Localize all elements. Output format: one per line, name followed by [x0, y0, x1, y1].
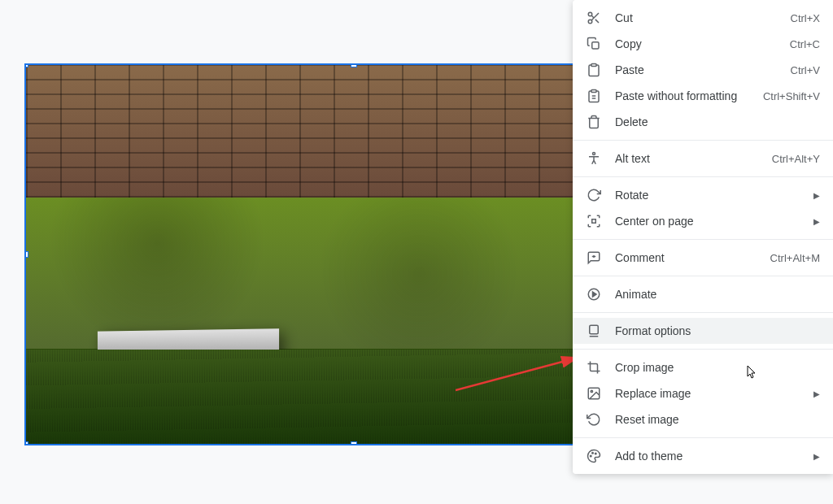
- paste-icon: [586, 62, 602, 78]
- resize-handle-top-middle[interactable]: [351, 63, 357, 67]
- menu-item-reset-image[interactable]: Reset image: [573, 406, 833, 432]
- delete-icon: [586, 114, 602, 130]
- menu-item-comment[interactable]: Comment Ctrl+Alt+M: [573, 245, 833, 271]
- svg-rect-8: [591, 90, 596, 93]
- menu-item-crop-image[interactable]: Crop image: [573, 354, 833, 380]
- menu-item-add-to-theme[interactable]: Add to theme ▶: [573, 443, 833, 469]
- menu-label: Format options: [615, 324, 820, 337]
- center-icon: [586, 213, 602, 229]
- menu-divider: [573, 312, 833, 313]
- menu-shortcut: Ctrl+Alt+Y: [772, 153, 820, 165]
- menu-label: Replace image: [615, 387, 807, 400]
- reset-icon: [586, 411, 602, 428]
- menu-label: Rotate: [615, 189, 807, 202]
- menu-item-alt-text[interactable]: Alt text Ctrl+Alt+Y: [573, 146, 833, 172]
- menu-item-paste-without-formatting[interactable]: Paste without formatting Ctrl+Shift+V: [573, 83, 833, 109]
- menu-label: Paste: [615, 63, 791, 76]
- menu-label: Crop image: [615, 361, 820, 374]
- menu-label: Animate: [615, 288, 820, 301]
- svg-point-20: [591, 390, 592, 392]
- menu-shortcut: Ctrl+Shift+V: [763, 90, 820, 102]
- svg-point-22: [592, 453, 594, 454]
- menu-item-delete[interactable]: Delete: [573, 109, 833, 135]
- menu-divider: [573, 276, 833, 276]
- svg-point-21: [591, 455, 592, 457]
- copy-icon: [586, 36, 602, 52]
- rotate-icon: [586, 187, 602, 203]
- submenu-arrow-icon: ▶: [813, 389, 820, 398]
- menu-label: Delete: [615, 115, 820, 128]
- cursor-pointer-icon: [744, 364, 758, 382]
- svg-rect-12: [592, 219, 596, 224]
- submenu-arrow-icon: ▶: [813, 191, 820, 200]
- svg-point-23: [595, 453, 597, 454]
- menu-shortcut: Ctrl+V: [791, 64, 820, 76]
- menu-label: Reset image: [615, 413, 820, 426]
- svg-point-2: [588, 20, 592, 24]
- palette-icon: [586, 448, 602, 464]
- menu-label: Add to theme: [615, 450, 807, 463]
- menu-item-replace-image[interactable]: Replace image ▶: [573, 380, 833, 406]
- crop-icon: [586, 359, 602, 376]
- svg-marker-16: [593, 292, 597, 297]
- svg-rect-6: [592, 42, 599, 49]
- svg-point-1: [588, 12, 592, 16]
- resize-handle-bottom-left[interactable]: [24, 441, 28, 445]
- paste-plain-icon: [586, 88, 602, 104]
- menu-item-copy[interactable]: Copy Ctrl+C: [573, 31, 833, 57]
- svg-line-4: [595, 20, 599, 23]
- menu-item-paste[interactable]: Paste Ctrl+V: [573, 57, 833, 83]
- menu-shortcut: Ctrl+X: [791, 12, 820, 24]
- menu-divider: [573, 176, 833, 177]
- menu-divider: [573, 239, 833, 240]
- accessibility-icon: [586, 150, 602, 167]
- resize-handle-bottom-middle[interactable]: [351, 441, 357, 445]
- menu-item-center-on-page[interactable]: Center on page ▶: [573, 208, 833, 234]
- menu-divider: [573, 349, 833, 350]
- svg-rect-7: [591, 64, 596, 67]
- context-menu: Cut Ctrl+X Copy Ctrl+C Paste Ctrl+V Past…: [573, 0, 833, 474]
- resize-handle-middle-left[interactable]: [24, 251, 28, 258]
- menu-divider: [573, 437, 833, 438]
- menu-item-animate[interactable]: Animate: [573, 281, 833, 307]
- animate-icon: [586, 286, 602, 302]
- menu-item-cut[interactable]: Cut Ctrl+X: [573, 5, 833, 31]
- menu-label: Alt text: [615, 152, 772, 165]
- submenu-arrow-icon: ▶: [813, 452, 820, 461]
- menu-label: Cut: [615, 11, 791, 24]
- svg-point-11: [593, 153, 595, 155]
- menu-shortcut: Ctrl+C: [790, 38, 820, 50]
- menu-label: Copy: [615, 37, 790, 50]
- menu-label: Center on page: [615, 215, 807, 228]
- resize-handle-top-left[interactable]: [24, 63, 28, 67]
- comment-icon: [586, 250, 602, 266]
- menu-shortcut: Ctrl+Alt+M: [770, 252, 820, 264]
- svg-line-5: [591, 15, 594, 18]
- menu-label: Paste without formatting: [615, 89, 763, 102]
- submenu-arrow-icon: ▶: [813, 217, 820, 226]
- menu-divider: [573, 140, 833, 141]
- menu-label: Comment: [615, 251, 770, 264]
- cut-icon: [586, 10, 602, 26]
- menu-item-format-options[interactable]: Format options: [573, 318, 833, 344]
- menu-item-rotate[interactable]: Rotate ▶: [573, 182, 833, 208]
- svg-rect-17: [590, 325, 599, 334]
- replace-image-icon: [586, 385, 602, 402]
- format-options-icon: [586, 323, 602, 339]
